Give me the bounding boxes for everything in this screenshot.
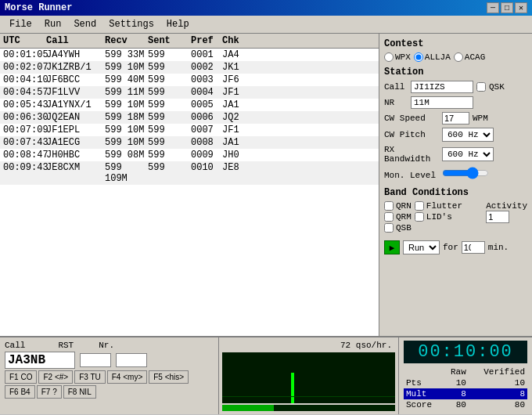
cell-utc: 00:04:10: [3, 74, 46, 85]
qsb-row: QSB: [384, 223, 412, 233]
table-row[interactable]: 00:02:07 JK1ZRB/1 599 10M 599 0002 JK1: [0, 61, 379, 74]
cell-utc: 00:01:05: [3, 49, 46, 60]
contest-acag[interactable]: ACAG: [454, 52, 485, 62]
cell-recv: 599 08M: [105, 150, 148, 161]
bottom-center: 72 qso/hr.: [219, 337, 399, 414]
qrn-checkbox[interactable]: [384, 201, 394, 211]
cell-nr: 0010: [191, 162, 222, 184]
cell-nr: 0002: [191, 62, 222, 73]
station-call-row: Call QSK: [384, 81, 527, 93]
fn-button[interactable]: F3 TU: [74, 370, 106, 384]
contest-wpx[interactable]: WPX: [384, 52, 411, 62]
flutter-label: Flutter: [426, 201, 462, 211]
rst-input[interactable]: [80, 353, 111, 367]
qsk-label: QSK: [489, 82, 505, 92]
fn-button[interactable]: F8 NIL: [63, 385, 96, 399]
station-nr-input[interactable]: [411, 96, 473, 109]
station-call-input[interactable]: [411, 81, 473, 93]
contest-wpx-label: WPX: [395, 52, 411, 62]
qso-rate: 72 qso/hr.: [340, 341, 395, 350]
waterfall-area[interactable]: [222, 352, 395, 403]
close-button[interactable]: ✕: [515, 2, 527, 13]
fn-button[interactable]: F6 B4: [5, 385, 35, 399]
cell-recv: 599 10M: [105, 125, 148, 135]
cell-recv: 599 18M: [105, 112, 148, 123]
progress-bar-area: [222, 405, 395, 411]
bottom-right: 00:10:00 Raw Verified Pts 10 10 Mult 8 8…: [399, 337, 532, 414]
qsk-checkbox[interactable]: [476, 82, 486, 92]
run-row: ▶ Run for min.: [384, 240, 527, 254]
cell-sent: 599: [148, 112, 191, 123]
cell-pref: JA1: [222, 99, 253, 110]
menu-file[interactable]: File: [3, 17, 38, 31]
lids-checkbox[interactable]: [415, 212, 424, 222]
flutter-checkbox[interactable]: [415, 201, 424, 211]
bottom-left: Call RST Nr. F1 COF2 <#>F3 TUF4 <my>F5 <…: [0, 337, 219, 414]
log-rows: 00:01:05 JA4YWH 599 33M 599 0001 JA4 00:…: [0, 49, 379, 185]
activity-area: Activity: [486, 201, 527, 234]
fn-button[interactable]: F4 <my>: [107, 370, 147, 384]
call-input[interactable]: [5, 352, 75, 369]
cell-utc: 00:08:47: [3, 150, 46, 161]
qrn-row: QRN: [384, 201, 412, 211]
lids-label: LID's: [426, 212, 452, 222]
run-minutes-input[interactable]: [462, 241, 485, 254]
score-raw: 10: [443, 377, 469, 388]
contest-allja[interactable]: ALLJA: [414, 52, 451, 62]
call-input-row: [5, 352, 214, 369]
table-row[interactable]: 00:08:47 JH0HBC 599 08M 599 0009 JH0: [0, 149, 379, 161]
bottom-panel: Call RST Nr. F1 COF2 <#>F3 TUF4 <my>F5 <…: [0, 336, 532, 414]
cell-nr: 0007: [191, 125, 222, 135]
qrm-checkbox[interactable]: [384, 212, 394, 222]
qsb-checkbox[interactable]: [384, 223, 394, 233]
table-row[interactable]: 00:06:30 JQ2EAN 599 18M 599 0006 JQ2: [0, 111, 379, 124]
nr-label: Nr.: [99, 341, 114, 350]
table-row[interactable]: 00:07:43 JA1ECG 599 10M 599 0008 JA1: [0, 136, 379, 149]
cell-pref: JA4: [222, 49, 253, 60]
cw-pitch-select[interactable]: 600 Hz 700 Hz 800 Hz: [442, 128, 494, 142]
qrm-label: QRM: [396, 212, 412, 222]
menu-settings[interactable]: Settings: [102, 17, 160, 31]
table-row[interactable]: 00:07:09 JF1EPL 599 10M 599 0007 JF1: [0, 124, 379, 136]
cell-pref: JQ2: [222, 112, 253, 123]
score-raw: 8: [443, 388, 469, 399]
fn-buttons: F1 COF2 <#>F3 TUF4 <my>F5 <his>F6 B4F7 ?…: [5, 370, 214, 399]
contest-acag-radio[interactable]: [454, 52, 463, 62]
activity-input[interactable]: [486, 211, 509, 223]
table-row[interactable]: 00:04:10 JF6BCC 599 40M 599 0003 JF6: [0, 74, 379, 86]
minimize-button[interactable]: ─: [487, 2, 499, 13]
contest-wpx-radio[interactable]: [384, 52, 394, 62]
fn-button[interactable]: F1 CO: [5, 370, 37, 384]
menu-run[interactable]: Run: [38, 17, 68, 31]
rx-bw-select[interactable]: 600 Hz 400 Hz 200 Hz: [442, 147, 494, 161]
table-row[interactable]: 00:04:57 JF1LVV 599 11M 599 0004 JF1: [0, 86, 379, 99]
fn-button[interactable]: F7 ?: [37, 385, 62, 399]
cell-utc: 00:04:57: [3, 87, 46, 98]
maximize-button[interactable]: □: [501, 2, 513, 13]
score-verified: 10: [469, 377, 527, 388]
qsb-label: QSB: [396, 223, 412, 233]
run-button[interactable]: ▶: [384, 240, 400, 254]
progress-fill: [222, 405, 274, 411]
table-row[interactable]: 00:01:05 JA4YWH 599 33M 599 0001 JA4: [0, 49, 379, 61]
nr-input[interactable]: [116, 353, 147, 367]
menu-help[interactable]: Help: [160, 17, 196, 31]
contest-radio-group: WPX ALLJA ACAG: [384, 52, 527, 62]
run-dropdown[interactable]: Run: [403, 240, 440, 254]
cell-pref: JF1: [222, 125, 253, 135]
col-header-recv: Recv: [105, 35, 148, 46]
fn-button[interactable]: F2 <#>: [38, 370, 73, 384]
main-container: UTC Call Recv Sent Pref Chk 00:01:05 JA4…: [0, 34, 532, 336]
col-header-call: Call: [46, 35, 105, 46]
cell-call: JA1ECG: [46, 137, 105, 148]
fn-button[interactable]: F5 <his>: [149, 370, 189, 384]
menu-send[interactable]: Send: [67, 17, 102, 31]
cw-speed-input[interactable]: [442, 112, 469, 125]
cell-nr: 0003: [191, 74, 222, 85]
contest-allja-radio[interactable]: [414, 52, 423, 62]
table-row[interactable]: 00:05:43 JA1YNX/1 599 10M 599 0005 JA1: [0, 99, 379, 111]
mon-level-slider[interactable]: [442, 167, 489, 179]
cell-utc: 00:09:43: [3, 162, 46, 184]
table-row[interactable]: 00:09:43 JE8CXM 599 109M 599 0010 JE8: [0, 161, 379, 185]
station-call-label: Call: [384, 82, 408, 92]
